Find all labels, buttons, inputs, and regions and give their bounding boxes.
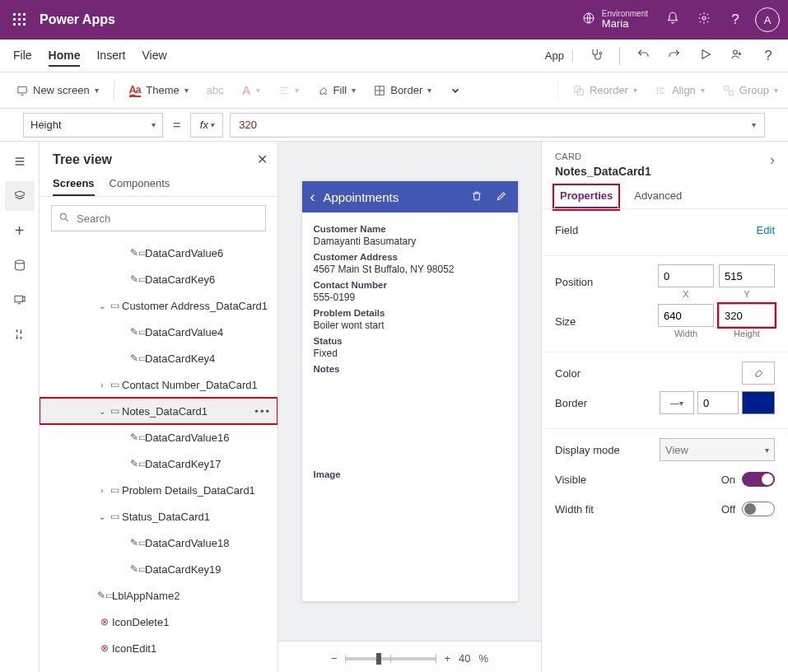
bell-icon[interactable] — [664, 12, 681, 28]
app-delete-icon[interactable] — [469, 190, 485, 204]
form-label-customer-name: Customer Name — [314, 224, 506, 234]
tree-node-iconedit1[interactable]: ⊗IconEdit1 — [40, 635, 277, 661]
props-color-button[interactable] — [742, 362, 775, 385]
rail-add-icon[interactable]: + — [5, 216, 35, 245]
rail-data-icon[interactable] — [5, 250, 35, 280]
props-widthfit-toggle[interactable] — [742, 502, 775, 516]
svg-rect-6 — [13, 23, 16, 26]
tree-node-datacardvalue18[interactable]: ✎▭DataCardValue18 — [40, 530, 277, 556]
fx-button[interactable]: fx▾ — [190, 113, 223, 138]
tree-tab-screens[interactable]: Screens — [53, 172, 95, 196]
form-label-contact-number: Contact Number — [314, 280, 506, 290]
props-field-edit-link[interactable]: Edit — [757, 224, 775, 236]
tree-node-icondelete1[interactable]: ⊗IconDelete1 — [40, 609, 277, 635]
props-x-input[interactable] — [658, 264, 714, 287]
rail-tools-icon[interactable] — [5, 320, 35, 349]
environment-picker[interactable]: Environment Maria — [582, 9, 648, 30]
theme-button[interactable]: A̲a Theme▾ — [123, 81, 195, 100]
props-width-input[interactable] — [658, 304, 714, 327]
svg-rect-2 — [23, 13, 26, 16]
app-title: Appointments — [324, 190, 460, 204]
gear-icon[interactable] — [696, 12, 712, 28]
menu-insert[interactable]: Insert — [96, 45, 125, 67]
props-tab-properties[interactable]: Properties — [555, 186, 618, 208]
rail-hamburger-icon[interactable] — [5, 147, 35, 176]
formula-input[interactable]: 320▾ — [230, 113, 765, 138]
svg-rect-7 — [18, 23, 21, 26]
app-edit-icon[interactable] — [493, 190, 510, 204]
svg-rect-1 — [18, 13, 21, 16]
props-y-input[interactable] — [719, 264, 775, 287]
app-back-icon[interactable]: ‹ — [310, 189, 315, 206]
zoom-unit: % — [479, 652, 489, 665]
tree-close-icon[interactable]: ✕ — [257, 152, 268, 167]
globe-icon — [582, 12, 595, 27]
align-button: Align▾ — [649, 81, 711, 100]
tree-node-datacardkey4[interactable]: ✎▭DataCardKey4 — [40, 345, 277, 371]
new-screen-button[interactable]: New screen▾ — [10, 81, 105, 100]
canvas-app-preview[interactable]: ‹ Appointments Customer Name Damayanti B… — [302, 181, 518, 601]
border-button[interactable]: Border▾ — [367, 81, 438, 100]
form-label-status: Status — [314, 336, 506, 346]
share-icon[interactable] — [729, 48, 745, 63]
ribbon-expand-icon[interactable] — [443, 82, 468, 100]
tree-node-datacardkey17[interactable]: ✎▭DataCardKey17 — [40, 450, 277, 477]
property-selector[interactable]: Height▾ — [23, 113, 163, 138]
menu-view[interactable]: View — [142, 45, 166, 67]
tree-node-contactnumber[interactable]: ›▭Contact Number_DataCard1 — [40, 371, 277, 398]
search-icon — [58, 212, 70, 226]
props-displaymode-select[interactable]: View▾ — [660, 438, 775, 461]
zoom-out-button[interactable]: − — [331, 652, 338, 665]
play-icon[interactable] — [697, 48, 714, 63]
form-label-notes: Notes — [314, 364, 506, 374]
undo-icon[interactable] — [635, 48, 651, 63]
props-height-input[interactable] — [719, 304, 775, 327]
props-visible-toggle[interactable] — [742, 472, 775, 487]
zoom-in-button[interactable]: + — [444, 652, 450, 665]
svg-rect-0 — [13, 13, 16, 16]
zoom-value: 40 — [459, 652, 470, 665]
svg-point-19 — [15, 260, 24, 264]
tree-node-datacardvalue16[interactable]: ✎▭DataCardValue16 — [40, 424, 277, 450]
tree-node-problemdetails[interactable]: ›▭Problem Details_DataCard1 — [40, 477, 277, 503]
redo-icon[interactable] — [666, 48, 683, 63]
help2-icon[interactable]: ? — [760, 48, 776, 64]
rail-tree-icon[interactable] — [5, 181, 35, 211]
svg-rect-17 — [725, 86, 729, 90]
form-value-customer-address: 4567 Main St Buffalo, NY 98052 — [314, 264, 506, 275]
props-border-width-input[interactable] — [697, 391, 739, 414]
tree-node-status[interactable]: ⌄▭Status_DataCard1 — [40, 503, 277, 530]
props-visible-state: On — [721, 474, 735, 486]
rail-media-icon[interactable] — [5, 285, 35, 315]
tree-node-notes[interactable]: ⌄▭Notes_DataCard1••• — [40, 398, 277, 424]
props-displaymode-label: Display mode — [555, 444, 631, 456]
waffle-icon[interactable] — [8, 8, 31, 31]
tree-node-datacardvalue4[interactable]: ✎▭DataCardValue4 — [40, 319, 277, 345]
props-size-label: Size — [555, 315, 631, 328]
group-button: Group▾ — [716, 81, 785, 100]
stethoscope-icon[interactable] — [588, 48, 604, 63]
menu-file[interactable]: File — [13, 45, 32, 67]
fill-button[interactable]: Fill▾ — [310, 81, 363, 100]
avatar[interactable]: A — [755, 7, 780, 32]
tree-node-datacardkey19[interactable]: ✎▭DataCardKey19 — [40, 556, 277, 582]
menu-home[interactable]: Home — [49, 45, 81, 67]
props-expand-icon[interactable]: › — [770, 152, 775, 169]
menu-app[interactable]: App — [545, 49, 573, 62]
props-tab-advanced[interactable]: Advanced — [629, 186, 687, 208]
props-border-color[interactable] — [742, 391, 775, 414]
tree-node-lblappname2[interactable]: ✎▭LblAppName2 — [40, 582, 277, 609]
tree-node-customeraddress[interactable]: ⌄▭Customer Address_DataCard1 — [40, 292, 277, 319]
svg-point-10 — [702, 16, 706, 20]
tree-node-datacardkey6[interactable]: ✎▭DataCardKey6 — [40, 266, 277, 292]
form-value-customer-name: Damayanti Basumatary — [314, 236, 506, 247]
svg-rect-18 — [729, 91, 733, 95]
tree-node-more-icon[interactable]: ••• — [254, 405, 271, 418]
tree-search-input[interactable]: Search — [51, 205, 266, 231]
zoom-slider[interactable] — [345, 657, 436, 660]
tree-node-datacardvalue6[interactable]: ✎▭DataCardValue6 — [40, 240, 277, 266]
help-icon[interactable]: ? — [727, 12, 744, 28]
tree-tab-components[interactable]: Components — [110, 172, 170, 196]
props-border-style[interactable]: — ▾ — [660, 391, 694, 414]
brand-label: Power Apps — [40, 12, 115, 27]
